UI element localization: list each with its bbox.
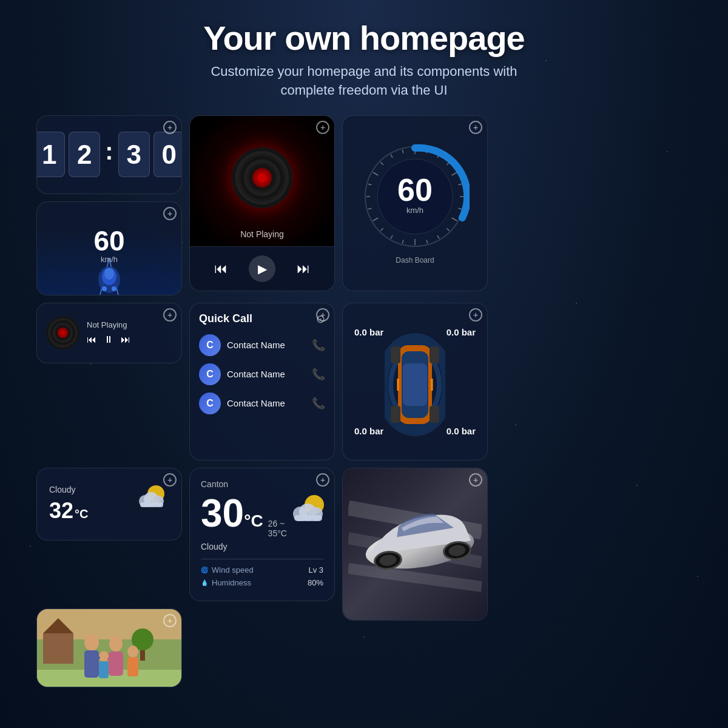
call-button-3[interactable]: 📞 [312, 397, 325, 410]
svg-rect-38 [391, 346, 400, 363]
clock-widget: + 1 2 : 3 0 [36, 115, 182, 194]
svg-line-11 [437, 235, 439, 238]
vinyl-record [232, 147, 292, 208]
svg-rect-74 [127, 657, 138, 676]
photo-add-button[interactable]: + [163, 614, 177, 627]
weather-unit: °C [75, 507, 88, 521]
svg-line-20 [368, 184, 372, 185]
wind-speed-label: 🌀 Wind speed [201, 565, 254, 575]
music-status-label: Not Playing [240, 229, 284, 239]
svg-line-21 [373, 172, 379, 175]
weather-temp-display: 32 °C [49, 498, 89, 524]
svg-line-5 [452, 172, 457, 175]
speedometer-add-button[interactable]: + [469, 121, 482, 134]
speed-reading: 60 km/h [397, 174, 433, 215]
next-button[interactable]: ⏭ [294, 258, 313, 280]
music-small-widget: + Not Playing ⏮ ⏸ ⏭ [36, 303, 182, 363]
quick-call-widget: + Quick Call ⊙ C Contact Name 📞 C Contac… [189, 303, 335, 460]
weather-big-unit: °C [244, 511, 263, 531]
car-racing-add-button[interactable]: + [469, 473, 482, 487]
weather-small-widget: + Cloudy 32 °C [36, 468, 182, 541]
page-header: Your own homepage Customize your homepag… [0, 0, 728, 112]
family-photo-display [37, 609, 181, 687]
speedometer-widget: + [342, 115, 488, 291]
svg-point-75 [99, 651, 109, 662]
svg-rect-65 [43, 633, 73, 664]
play-button[interactable]: ▶ [249, 255, 275, 282]
speed-number: 60 [397, 174, 433, 206]
quickcall-add-button[interactable]: + [316, 308, 329, 322]
weather-small-left: Cloudy 32 °C [49, 485, 89, 524]
humidity-icon: 💧 [201, 579, 208, 586]
weather-big-widget: + Canton 30 °C 26 ~ 35°C Cloudy [189, 468, 335, 601]
clock-add-button[interactable]: + [163, 121, 177, 134]
tire-pressure-tl: 0.0 bar [354, 327, 383, 337]
prev-button[interactable]: ⏮ [211, 258, 231, 280]
music-small-info: Not Playing ⏮ ⏸ ⏭ [87, 320, 172, 345]
wind-speed-row: 🌀 Wind speed Lv 3 [201, 565, 323, 575]
tire-add-button[interactable]: + [469, 308, 482, 322]
svg-rect-40 [391, 406, 400, 423]
svg-line-8 [458, 208, 462, 209]
svg-rect-48 [140, 502, 163, 507]
small-pause-button[interactable]: ⏸ [104, 334, 113, 345]
svg-rect-41 [430, 406, 439, 423]
svg-line-56 [348, 568, 482, 587]
widget-grid: + 1 2 : 3 0 + Not Playing ⏮ ▶ ⏭ + [0, 112, 728, 690]
contact-name-1: Contact Name [227, 340, 306, 350]
car-speed-unit: km/h [101, 255, 118, 264]
svg-line-10 [447, 228, 449, 231]
svg-line-12 [426, 240, 428, 243]
tire-pressure-br: 0.0 bar [447, 426, 476, 436]
svg-point-30 [102, 286, 107, 291]
weather-small-display: Cloudy 32 °C [49, 485, 169, 524]
music-big-add-button[interactable]: + [316, 121, 329, 134]
contact-avatar-1: C [199, 334, 221, 356]
svg-line-24 [402, 149, 403, 153]
clock-min-tens: 3 [118, 132, 150, 177]
contact-avatar-2: C [199, 363, 221, 385]
weather-big-temp-value: 30 [201, 494, 244, 533]
car-speed-widget: + 60 km/h [36, 201, 182, 295]
clock-separator: : [105, 138, 113, 165]
svg-point-69 [84, 634, 99, 651]
wind-speed-value: Lv 3 [308, 565, 323, 575]
svg-rect-37 [403, 363, 427, 406]
svg-line-15 [391, 235, 393, 238]
svg-rect-76 [99, 661, 109, 678]
tire-car-illustration [385, 333, 445, 430]
tire-pressure-widget: + 0.0 bar 0.0 bar 0.0 bar 0.0 bar [342, 303, 488, 460]
small-next-button[interactable]: ⏭ [121, 334, 130, 345]
family-photo-widget: + [36, 608, 182, 687]
humidity-row: 💧 Humidness 80% [201, 578, 323, 587]
car-speed-number: 60 [93, 227, 124, 255]
music-controls: ⏮ ▶ ⏭ [190, 246, 334, 291]
clock-hour-tens: 1 [36, 132, 65, 177]
tire-pressure-display: 0.0 bar 0.0 bar 0.0 bar 0.0 bar [354, 321, 476, 442]
small-prev-button[interactable]: ⏮ [87, 334, 96, 345]
quick-call-header: Quick Call ⊙ [199, 312, 325, 326]
weather-details: 🌀 Wind speed Lv 3 💧 Humidness 80% [201, 559, 323, 587]
weather-small-icon [133, 483, 169, 519]
svg-point-71 [109, 636, 123, 652]
music-album-art: Not Playing [190, 116, 334, 246]
svg-line-18 [368, 208, 372, 209]
music-small-add-button[interactable]: + [163, 308, 177, 322]
weather-big-add-button[interactable]: + [316, 473, 329, 487]
weather-small-add-button[interactable]: + [163, 473, 177, 487]
svg-line-23 [391, 154, 393, 157]
contact-name-3: Contact Name [227, 398, 306, 408]
contact-item-2: C Contact Name 📞 [199, 363, 325, 385]
car-speed-add-button[interactable]: + [163, 207, 177, 220]
racing-car-svg [348, 484, 482, 605]
weather-big-condition: Cloudy [201, 542, 323, 551]
svg-line-17 [373, 218, 379, 221]
dash-board-label: Dash Board [396, 256, 434, 265]
call-button-1[interactable]: 📞 [312, 339, 325, 352]
tire-pressure-tr: 0.0 bar [447, 327, 476, 337]
call-button-2[interactable]: 📞 [312, 368, 325, 381]
svg-line-6 [458, 184, 462, 185]
car-racing-display [343, 468, 487, 620]
contact-item-3: C Contact Name 📞 [199, 393, 325, 414]
contact-name-2: Contact Name [227, 369, 306, 379]
